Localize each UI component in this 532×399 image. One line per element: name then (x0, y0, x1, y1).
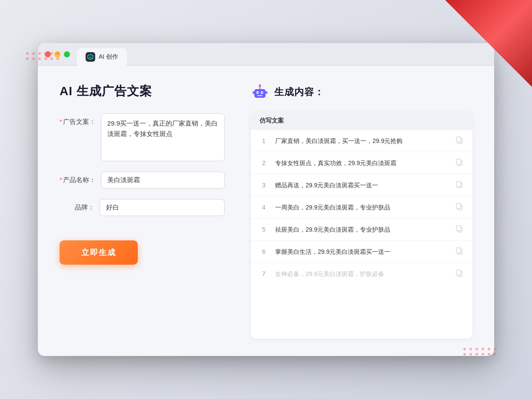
svg-rect-2 (254, 89, 266, 98)
svg-rect-25 (456, 270, 461, 275)
copy-icon[interactable] (455, 269, 464, 279)
svg-rect-13 (456, 137, 461, 142)
product-required: * (60, 176, 62, 183)
table-header: 仿写文案 (251, 112, 472, 130)
copy-icon[interactable] (455, 158, 464, 168)
row-number: 6 (259, 248, 268, 255)
row-text: 祛斑美白，29.9元美白淡斑霜，专业护肤品 (275, 225, 448, 234)
row-number: 3 (259, 182, 268, 189)
table-row: 1厂家直销，美白淡斑霜，买一送一，29.9元抢购 (251, 130, 472, 152)
left-panel: AI 生成广告文案 *广告文案： *产品名称： 品牌： 立 (60, 83, 225, 339)
row-number: 1 (259, 137, 268, 144)
maximize-button[interactable] (64, 51, 70, 57)
svg-rect-19 (456, 203, 461, 209)
content-area: AI 生成广告文案 *广告文案： *产品名称： 品牌： 立 (38, 66, 494, 356)
dots-decoration-br (463, 348, 497, 356)
svg-point-6 (262, 92, 263, 93)
ad-copy-input[interactable] (101, 113, 225, 161)
svg-rect-11 (266, 91, 267, 94)
row-number: 2 (259, 160, 268, 166)
robot-icon (251, 83, 269, 101)
product-name-group: *产品名称： (60, 172, 225, 189)
table-row: 3赠品再送，29.9元美白淡斑霜买一送一 (251, 174, 472, 196)
generate-button[interactable]: 立即生成 (60, 240, 138, 265)
copy-icon[interactable] (455, 224, 464, 235)
svg-rect-15 (456, 159, 461, 164)
brand-group: 品牌： (60, 199, 225, 216)
result-title: 生成内容： (274, 86, 324, 99)
tab-label: AI 创作 (99, 53, 118, 61)
svg-rect-23 (456, 248, 461, 253)
result-header: 生成内容： (251, 83, 472, 101)
brand-label: 品牌： (60, 199, 94, 212)
row-text: 厂家直销，美白淡斑霜，买一送一，29.9元抢购 (275, 136, 448, 146)
row-text: 掌握美白生活，29.9元美白淡斑霜买一送一 (275, 247, 448, 256)
copy-icon[interactable] (455, 202, 464, 213)
ad-copy-required: * (60, 118, 62, 125)
row-number: 4 (259, 204, 268, 211)
copy-icon[interactable] (455, 136, 464, 146)
dots-decoration-tl (26, 52, 60, 60)
brand-input[interactable] (100, 199, 225, 216)
row-text: 一周美白，29.9元美白淡斑霜，专业护肤品 (275, 203, 448, 212)
svg-point-9 (259, 84, 261, 87)
svg-rect-21 (456, 226, 461, 231)
ai-creation-tab[interactable]: AI AI 创作 (77, 48, 127, 66)
svg-rect-10 (253, 91, 254, 94)
row-number: 7 (259, 270, 268, 277)
product-name-label: *产品名称： (60, 172, 96, 184)
svg-text:AI: AI (89, 56, 92, 59)
table-row: 5祛斑美白，29.9元美白淡斑霜，专业护肤品 (251, 219, 472, 241)
right-panel: 生成内容： 仿写文案 1厂家直销，美白淡斑霜，买一送一，29.9元抢购 2专抹女… (251, 83, 472, 339)
copy-icon[interactable] (455, 180, 464, 190)
copy-icon[interactable] (455, 246, 464, 257)
row-number: 5 (259, 226, 268, 233)
table-row: 6掌握美白生活，29.9元美白淡斑霜买一送一 (251, 241, 472, 263)
table-row: 7女神必备，29.9元美白淡斑霜，护肤必备 (251, 263, 472, 285)
svg-rect-17 (456, 181, 461, 186)
title-bar: AI AI 创作 (38, 43, 494, 66)
ad-copy-group: *广告文案： (60, 113, 225, 161)
ad-copy-label: *广告文案： (60, 113, 96, 126)
row-text: 赠品再送，29.9元美白淡斑霜买一送一 (275, 181, 448, 190)
row-text: 女神必备，29.9元美白淡斑霜，护肤必备 (275, 269, 448, 279)
product-name-input[interactable] (101, 172, 225, 189)
svg-rect-7 (257, 95, 263, 96)
page-title: AI 生成广告文案 (60, 83, 225, 100)
browser-window: AI AI 创作 AI 生成广告文案 *广告文案： *产品名称： (38, 43, 494, 356)
table-row: 2专抹女性斑点，真实功效，29.9元美白淡斑霜 (251, 152, 472, 174)
tab-ai-icon: AI (86, 52, 95, 62)
table-row: 4一周美白，29.9元美白淡斑霜，专业护肤品 (251, 196, 472, 219)
svg-point-5 (258, 92, 259, 93)
results-table: 仿写文案 1厂家直销，美白淡斑霜，买一送一，29.9元抢购 2专抹女性斑点，真实… (251, 112, 472, 339)
row-text: 专抹女性斑点，真实功效，29.9元美白淡斑霜 (275, 159, 448, 168)
